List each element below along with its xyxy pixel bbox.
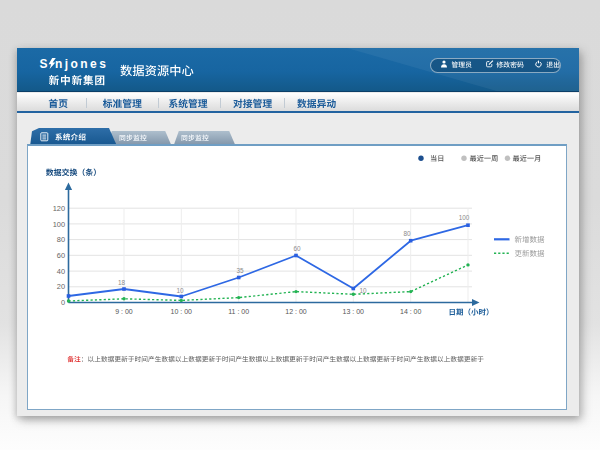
svg-text:60: 60 (293, 245, 301, 252)
svg-text:0: 0 (61, 298, 65, 307)
svg-text:20: 20 (57, 282, 65, 291)
svg-text:9 : 00: 9 : 00 (115, 308, 133, 315)
svg-text:60: 60 (57, 251, 65, 260)
svg-text:35: 35 (236, 267, 244, 274)
svg-text:11 : 00: 11 : 00 (228, 308, 249, 315)
svg-text:80: 80 (57, 235, 65, 244)
svg-text:120: 120 (53, 204, 65, 213)
svg-text:14 : 00: 14 : 00 (400, 308, 422, 315)
svg-text:13 : 00: 13 : 00 (343, 308, 365, 315)
svg-text:100: 100 (459, 214, 470, 221)
svg-text:10 : 00: 10 : 00 (171, 308, 193, 315)
svg-text:10: 10 (176, 287, 184, 294)
svg-text:10: 10 (360, 287, 368, 294)
svg-text:40: 40 (57, 267, 65, 276)
svg-text:100: 100 (53, 220, 65, 229)
svg-text:12 : 00: 12 : 00 (285, 308, 307, 315)
svg-text:80: 80 (403, 230, 411, 237)
svg-text:18: 18 (118, 279, 126, 286)
